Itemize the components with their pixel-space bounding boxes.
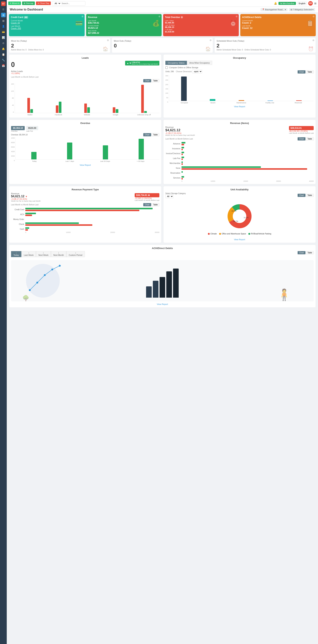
close-day-button[interactable]: ✕ Close Day [36, 2, 51, 5]
rev-items-label: Revenue [165, 126, 195, 128]
occ-tab-area[interactable]: Area Wise Occupancy [187, 61, 212, 65]
widgets-selector[interactable]: ⊞ 7 Widget(s) Selected ▾ [289, 8, 315, 11]
sidebar-calendar-icon[interactable]: 📅 [1, 64, 6, 68]
leads-change: -5 (-100%) [11, 72, 23, 74]
ach-tab-nextmonth[interactable]: ℹ Next Month [51, 251, 66, 257]
ach-current-count[interactable]: Count: 2 [242, 22, 253, 24]
ach-table-tab[interactable]: Table [306, 251, 314, 254]
overdue-chart-tab[interactable]: Chart [143, 133, 151, 136]
overdue-table-tab[interactable]: Table [152, 133, 159, 136]
move-in-button[interactable]: ✦ Move-In [8, 2, 21, 5]
scheduled-gear-icon[interactable]: ⚙ [312, 39, 315, 42]
ach-gear-icon[interactable]: ⚙ [313, 15, 315, 18]
unit-avail-select[interactable]: All [165, 194, 173, 198]
leads-summary: 0 Active Leads -5 (-100%) ▲ 5 2 (66.67%)… [11, 61, 159, 74]
search-input[interactable] [62, 2, 84, 4]
rev-hbar-red [181, 158, 183, 160]
sidebar-reports-icon[interactable]: 📊 [1, 35, 6, 40]
occ-y-axis: 300250200150100500 [165, 75, 169, 103]
rev-items-title: Revenue (Items) [165, 122, 314, 124]
ach-toggle: Chart Table [298, 251, 314, 254]
overdue-gear-icon[interactable]: ⚙ [236, 15, 238, 18]
grid-menu-icon[interactable]: ⊞ [314, 2, 317, 5]
occ-chart-tab[interactable]: Chart [298, 70, 306, 74]
revpay-header: Revenue $4,621.12 ▼ -2,136.17 (31.61%) M… [11, 192, 159, 202]
ach-tab-lastweek[interactable]: ℹ Last Week [21, 251, 36, 257]
revpay-bar-green [25, 227, 29, 229]
dashboard-header: Welcome to Dashboard 📍 Baumgartner Road.… [7, 7, 318, 12]
moveouts-gear-icon[interactable]: ⚙ [210, 39, 212, 42]
rev-hbar-green [181, 166, 261, 168]
leads-chart-tab[interactable]: Chart [143, 79, 151, 82]
revpay-bar-red [25, 224, 92, 226]
occ-tab-status[interactable]: Occupancy Status [165, 61, 187, 65]
occ-bar-chart [169, 75, 314, 101]
ach-tab-nextweek[interactable]: ℹ Next Week [36, 251, 51, 257]
rev-items-badge-sub: -$12,244.46 (-23.66%) [289, 130, 314, 132]
notification-icon[interactable]: 🔔 [274, 2, 277, 5]
sidebar-tasks-icon[interactable]: 📋 [1, 52, 6, 57]
sidebar-tools-icon[interactable]: 🔧 [1, 58, 6, 62]
rev-hbar-red [181, 144, 184, 145]
overdue-row: Last 7 days $2,485.95 Last 30 days $8,29… [165, 20, 237, 33]
occ-options: Compare Online vs Offline Storage [165, 66, 314, 69]
sidebar-alerts-icon[interactable]: 🔔 [1, 46, 6, 51]
revenue-stats: Last Month $38,734.61 Current Month $4,6… [88, 20, 99, 34]
bar-col [113, 107, 118, 113]
ach-tab-custom[interactable]: ℹ Custom Period [66, 251, 85, 257]
credit-card-gear-icon[interactable]: ⚙ [81, 15, 84, 18]
occ-bar-red [296, 100, 302, 101]
user-avatar[interactable]: BR [308, 1, 313, 6]
ach-view-report-link[interactable]: View Report [157, 303, 168, 305]
scheduled-count: 2 [216, 43, 314, 49]
revpay-hbar-mo: Money Order [11, 218, 159, 221]
occ-dimension-select[interactable]: sqmt [192, 70, 202, 73]
search-filter-select[interactable]: All [53, 2, 61, 5]
rev-hbar-none: None [165, 166, 314, 170]
overdue-view-report-link[interactable]: View Report [80, 164, 91, 166]
rev-items-chart-tab[interactable]: Chart [298, 137, 306, 140]
ach-panel-title: ACH/Direct Debits [11, 247, 314, 250]
unit-avail-view-report: View Report [165, 238, 314, 241]
sidebar-home-icon[interactable]: ⊞ [1, 13, 6, 17]
bar-label-facebook: Facebook [45, 114, 72, 116]
compare-checkbox[interactable] [165, 66, 168, 69]
ach-bars [146, 268, 179, 298]
language-button[interactable]: English [297, 2, 307, 5]
unit-avail-table-tab[interactable]: Table [306, 194, 314, 197]
moveins-gear-icon[interactable]: ⚙ [107, 39, 109, 42]
bar-col [141, 85, 147, 113]
rev-items-table-tab[interactable]: Table [306, 137, 314, 140]
ach-chart-tab[interactable]: Chart [298, 251, 306, 254]
occ-bar-orange [239, 100, 244, 101]
sidebar-billing-icon[interactable]: 💳 [1, 30, 6, 34]
overdue-controls: Overdue: $9,394.10 Chart Table [11, 133, 159, 136]
unit-avail-toggle: Chart Table [298, 194, 314, 197]
unit-avail-view-report-link[interactable]: View Report [234, 238, 245, 240]
merchandise-badge[interactable]: 🛍 Merchandise [279, 2, 296, 5]
scheduled-clock-icon: ⏰ [308, 46, 314, 52]
sidebar-menu-icon[interactable]: ☰ [1, 7, 6, 12]
unit-avail-chart-tab[interactable]: Chart [298, 194, 306, 197]
leads-table-tab[interactable]: Table [152, 79, 159, 82]
rev-next-val: $27,898.22 [88, 32, 99, 34]
overdue-val: $9,394.10 [11, 126, 25, 130]
sidebar-users-icon[interactable]: 👤 [1, 24, 6, 28]
sidebar-storage-icon[interactable]: ▦ [1, 18, 6, 23]
rev-hbar-red [181, 149, 183, 150]
revpay-table-tab[interactable]: Table [152, 203, 159, 206]
sitemap-button[interactable]: ⊞ Sitemap [22, 2, 35, 5]
location-selector[interactable]: 📍 Baumgartner Road... ▾ [261, 8, 288, 11]
ach-last-count[interactable]: Count: 12 [242, 27, 253, 30]
revenue-gear-icon[interactable]: ⚙ [159, 15, 160, 18]
main-content: ✦ Move-In ⊞ Sitemap ✕ Close Day All 🔔 🛍 … [7, 0, 318, 644]
occ-toggle: Chart Table [298, 70, 314, 74]
sidebar-settings-icon[interactable]: ⚙ [1, 41, 6, 46]
od-label-last7: Last 7 days [53, 160, 87, 162]
ach-tab-today[interactable]: ℹ Today [11, 251, 21, 257]
revpay-chart-tab[interactable]: Chart [143, 203, 151, 206]
od-bar-today [18, 152, 50, 160]
od-label-today: Today [17, 160, 51, 162]
occ-view-report-link[interactable]: View Report [234, 106, 245, 108]
occ-table-tab[interactable]: Table [306, 70, 314, 74]
